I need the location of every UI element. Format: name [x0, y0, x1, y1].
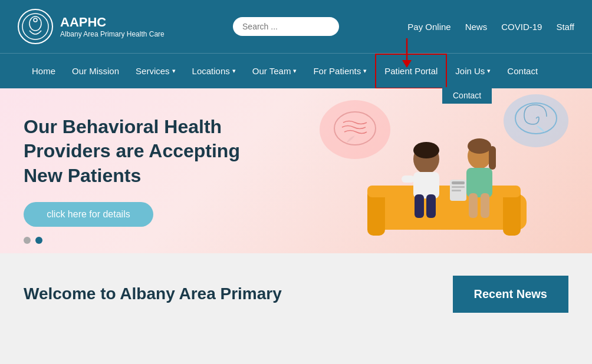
join-us-chevron-icon: ▾	[487, 67, 491, 75]
speech-bubble-pink	[320, 100, 390, 159]
bottom-section: Welcome to Albany Area Primary Recent Ne…	[0, 253, 592, 335]
nav-our-team[interactable]: Our Team ▾	[244, 54, 305, 89]
hero-dot-1[interactable]	[24, 237, 31, 244]
nav-bar: Home Our Mission Services ▾ Locations ▾ …	[0, 53, 592, 88]
svg-rect-20	[466, 168, 492, 197]
recent-news-button[interactable]: Recent News	[453, 276, 569, 313]
our-team-chevron-icon: ▾	[293, 67, 297, 75]
nav-services-label: Services	[136, 66, 170, 76]
welcome-text: Welcome to Albany Area Primary	[24, 284, 282, 303]
top-bar: AAPHC Albany Area Primary Health Care Pa…	[0, 0, 592, 53]
svg-point-0	[22, 14, 48, 39]
svg-rect-24	[452, 181, 465, 184]
hero-section: Our Behavioral Health Providers are Acce…	[0, 88, 592, 253]
nav-join-us[interactable]: Join Us ▾	[447, 54, 499, 89]
hero-left: Our Behavioral Health Providers are Acce…	[0, 88, 296, 253]
nav-for-patients[interactable]: For Patients ▾	[305, 54, 375, 89]
speech-bubble-blue	[504, 94, 568, 147]
search-input[interactable]	[233, 17, 339, 36]
top-nav-covid[interactable]: COVID-19	[501, 22, 542, 32]
logo-area: AAPHC Albany Area Primary Health Care	[18, 9, 165, 44]
svg-rect-16	[402, 176, 415, 183]
search-bar[interactable]	[233, 17, 339, 36]
nav-our-team-label: Our Team	[252, 66, 291, 76]
top-nav-staff[interactable]: Staff	[556, 22, 574, 32]
logo-icon	[18, 9, 53, 44]
nav-for-patients-label: For Patients	[313, 66, 361, 76]
svg-point-18	[468, 138, 491, 154]
services-chevron-icon: ▾	[172, 67, 176, 75]
top-nav-pay-online[interactable]: Pay Online	[407, 22, 450, 32]
svg-marker-4	[402, 60, 412, 68]
portal-arrow	[389, 35, 425, 73]
nav-contact[interactable]: Contact	[499, 54, 546, 89]
hero-title: Our Behavioral Health Providers are Acce…	[24, 115, 272, 188]
svg-rect-10	[367, 186, 521, 197]
locations-chevron-icon: ▾	[232, 67, 236, 75]
svg-point-12	[413, 142, 439, 158]
svg-rect-15	[426, 194, 436, 218]
top-nav-news[interactable]: News	[465, 22, 488, 32]
hero-right	[296, 88, 592, 253]
for-patients-chevron-icon: ▾	[363, 67, 367, 75]
svg-rect-22	[481, 193, 489, 218]
nav-home[interactable]: Home	[24, 54, 64, 89]
logo-title: AAPHC	[60, 15, 165, 30]
nav-our-mission[interactable]: Our Mission	[64, 54, 127, 89]
nav-locations[interactable]: Locations ▾	[184, 54, 244, 89]
svg-point-2	[34, 18, 37, 22]
hero-cta-button[interactable]: click here for details	[24, 202, 153, 227]
hero-dot-2[interactable]	[35, 237, 42, 244]
dropdown-contact[interactable]: Contact	[442, 87, 492, 104]
svg-rect-25	[452, 186, 465, 188]
svg-point-5	[334, 112, 376, 145]
nav-services[interactable]: Services ▾	[127, 54, 184, 89]
svg-rect-19	[489, 146, 496, 170]
svg-rect-14	[415, 194, 424, 218]
nav-join-us-label: Join Us	[455, 66, 485, 76]
svg-rect-21	[469, 193, 478, 218]
nav-locations-label: Locations	[192, 66, 230, 76]
top-nav: Pay Online News COVID-19 Staff	[407, 22, 574, 32]
logo-subtitle: Albany Area Primary Health Care	[60, 30, 165, 38]
svg-rect-26	[452, 190, 461, 191]
logo-text: AAPHC Albany Area Primary Health Care	[60, 15, 165, 38]
hero-dots	[24, 237, 42, 244]
